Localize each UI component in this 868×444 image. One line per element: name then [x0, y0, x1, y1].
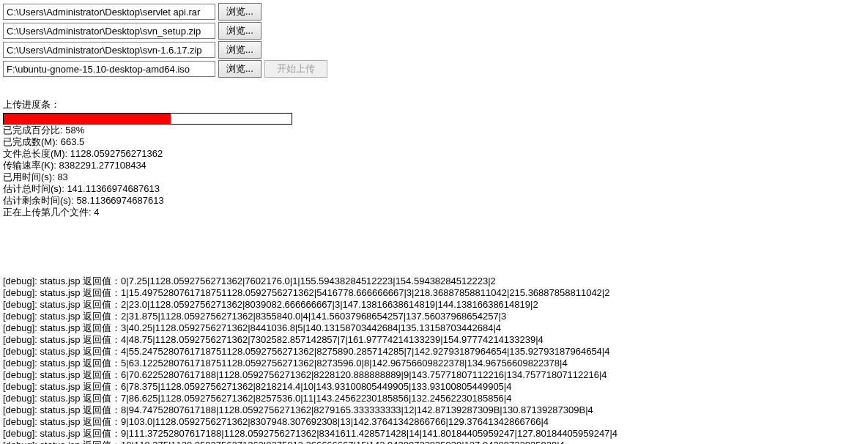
stat-est-total-s: 估计总时间(s): 141.11366974687613 — [3, 183, 865, 195]
file-path-input-3[interactable] — [3, 42, 215, 58]
debug-line: [debug]: status.jsp 返回值：3|40.25|1128.059… — [3, 322, 865, 334]
stat-rate-k: 传输速率(K): 8382291.277108434 — [3, 160, 865, 171]
file-row-1: 浏览... — [3, 3, 865, 21]
browse-button-2[interactable]: 浏览... — [218, 22, 261, 40]
browse-button-3[interactable]: 浏览... — [218, 41, 261, 59]
file-path-input-1[interactable] — [3, 4, 215, 20]
stat-file-index: 正在上传第几个文件: 4 — [3, 207, 865, 218]
debug-line: [debug]: status.jsp 返回值：5|63.12252807617… — [3, 358, 865, 369]
debug-line: [debug]: status.jsp 返回值：0|7.25|1128.0592… — [3, 275, 865, 287]
debug-line: [debug]: status.jsp 返回值：10|118.375|1128.… — [3, 440, 865, 444]
debug-line: [debug]: status.jsp 返回值：4|55.24752807617… — [3, 346, 865, 358]
file-path-input-2[interactable] — [3, 23, 215, 39]
progress-label: 上传进度条： — [3, 98, 865, 111]
stat-percent: 已完成百分比: 58% — [3, 125, 865, 136]
debug-line: [debug]: status.jsp 返回值：2|31.875|1128.05… — [3, 311, 865, 322]
start-upload-button[interactable]: 开始上传 — [264, 60, 327, 78]
debug-line: [debug]: status.jsp 返回值：4|48.75|1128.059… — [3, 334, 865, 346]
file-row-4: 浏览... 开始上传 — [3, 60, 865, 78]
browse-button-4[interactable]: 浏览... — [218, 60, 261, 78]
file-path-input-4[interactable] — [3, 61, 215, 77]
debug-line: [debug]: status.jsp 返回值：9|103.0|1128.059… — [3, 416, 865, 428]
file-row-2: 浏览... — [3, 22, 865, 40]
progress-section: 上传进度条： 已完成百分比: 58% 已完成数(M): 663.5 文件总长度(… — [3, 98, 865, 218]
browse-button-1[interactable]: 浏览... — [218, 3, 261, 21]
stat-est-remain-s: 估计剩余时间(s): 58.11366974687613 — [3, 195, 865, 207]
debug-line: [debug]: status.jsp 返回值：8|94.74752807617… — [3, 404, 865, 416]
debug-log: [debug]: status.jsp 返回值：0|7.25|1128.0592… — [3, 275, 865, 444]
stat-total-length-m: 文件总长度(M): 1128.0592756271362 — [3, 148, 865, 160]
debug-line: [debug]: status.jsp 返回值：1|15.49752807617… — [3, 287, 865, 299]
progress-bar-fill — [4, 114, 171, 124]
stat-elapsed-s: 已用时间(s): 83 — [3, 171, 865, 183]
file-row-3: 浏览... — [3, 41, 865, 59]
file-list: 浏览... 浏览... 浏览... 浏览... 开始上传 — [3, 3, 865, 78]
debug-line: [debug]: status.jsp 返回值：6|70.62252807617… — [3, 369, 865, 381]
stat-completed-m: 已完成数(M): 663.5 — [3, 136, 865, 148]
debug-line: [debug]: status.jsp 返回值：9|111.3725280761… — [3, 428, 865, 440]
progress-bar — [3, 113, 292, 125]
debug-line: [debug]: status.jsp 返回值：2|23.0|1128.0592… — [3, 299, 865, 311]
debug-line: [debug]: status.jsp 返回值：7|86.625|1128.05… — [3, 393, 865, 404]
debug-line: [debug]: status.jsp 返回值：6|78.375|1128.05… — [3, 381, 865, 393]
